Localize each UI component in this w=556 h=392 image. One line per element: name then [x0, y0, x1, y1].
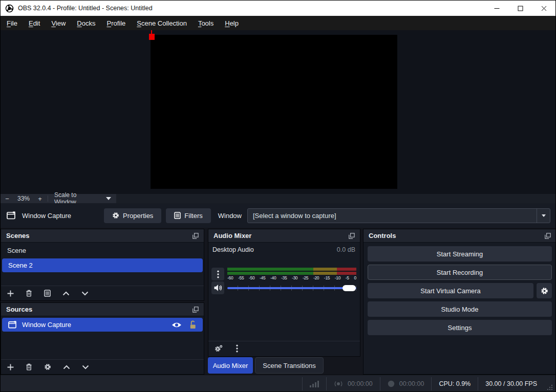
network-status [303, 375, 326, 392]
track-name: Desktop Audio [212, 246, 254, 253]
volume-meter: -60-55-50-45-40-35-30-25-20-15-10-50 [227, 268, 356, 280]
window-property-label: Window [218, 212, 242, 220]
tab-scene-transitions[interactable]: Scene Transitions [255, 357, 324, 374]
menubar: File Edit View Docks Profile Scene Colle… [1, 16, 555, 30]
filters-label: Filters [184, 212, 202, 220]
window-capture-icon [7, 211, 16, 220]
properties-button[interactable]: Properties [104, 208, 161, 223]
divider [48, 195, 48, 202]
remove-source-button[interactable] [26, 363, 32, 371]
preview-canvas[interactable] [151, 35, 397, 189]
maximize-button[interactable] [508, 1, 532, 16]
menu-edit[interactable]: Edit [23, 17, 46, 30]
sources-toolbar [1, 359, 204, 374]
popout-icon[interactable] [545, 233, 551, 239]
combobox-dropdown-zone[interactable] [537, 209, 550, 223]
chevron-down-icon [542, 214, 546, 217]
fps-indicator: 30.00 / 30.00 FPS [478, 375, 544, 392]
zoom-level: 33% [14, 195, 33, 202]
menu-help[interactable]: Help [219, 17, 244, 30]
controls-dock-title: Controls [369, 232, 396, 239]
window-title: OBS 32.0.4 - Profile: Untitled - Scenes:… [18, 5, 153, 12]
sources-dock-title: Sources [6, 306, 32, 313]
volume-slider[interactable] [227, 285, 356, 292]
move-scene-down-button[interactable] [81, 291, 89, 296]
move-source-up-button[interactable] [63, 365, 70, 369]
preview-area[interactable] [1, 30, 555, 194]
obs-main-window: OBS 32.0.4 - Profile: Untitled - Scenes:… [0, 0, 556, 392]
audio-mixer-title: Audio Mixer [213, 232, 251, 239]
track-db-value: 0.0 dB [337, 246, 355, 253]
mixer-toolbar [208, 341, 360, 356]
window-select-combobox[interactable]: [Select a window to capture] [247, 208, 550, 223]
scenes-dock-header: Scenes [1, 229, 204, 243]
scenes-dock: Scenes Scene Scene 2 [1, 229, 204, 301]
source-properties-button[interactable] [44, 363, 51, 371]
controls-dock-header: Controls [363, 229, 556, 243]
audio-mixer-header: Audio Mixer [208, 229, 360, 243]
add-scene-button[interactable] [7, 290, 14, 297]
signal-bars-icon [310, 380, 319, 387]
menu-tools[interactable]: Tools [193, 17, 219, 30]
properties-label: Properties [123, 212, 153, 220]
scene-item-selected[interactable]: Scene 2 [2, 258, 203, 272]
resize-grip[interactable] [547, 384, 553, 390]
popout-icon[interactable] [349, 233, 355, 239]
sources-dock-header: Sources [1, 303, 204, 316]
menu-file[interactable]: File [1, 17, 23, 30]
stream-timer: 00:00:00 [327, 375, 380, 392]
context-source-name: Window Capture [22, 212, 71, 220]
start-streaming-button[interactable]: Start Streaming [368, 246, 552, 262]
zoom-in-button[interactable]: + [33, 195, 47, 203]
move-scene-up-button[interactable] [62, 291, 70, 296]
studio-mode-button[interactable]: Studio Mode [368, 301, 552, 317]
menu-docks[interactable]: Docks [71, 17, 101, 30]
filters-icon [174, 212, 181, 219]
mixer-menu-dots-icon[interactable] [236, 344, 238, 353]
volume-slider-handle[interactable] [343, 285, 356, 291]
record-time: 00:00:00 [399, 380, 424, 387]
tab-audio-mixer[interactable]: Audio Mixer [208, 357, 253, 374]
audio-mixer-dock: Audio Mixer Desktop Audio 0.0 dB -60-5 [208, 229, 360, 357]
menu-scene-collection[interactable]: Scene Collection [131, 17, 193, 30]
zoom-out-button[interactable]: − [1, 195, 14, 203]
window-capture-icon [8, 321, 17, 329]
move-source-down-button[interactable] [82, 365, 89, 369]
settings-button[interactable]: Settings [368, 320, 552, 335]
menu-profile[interactable]: Profile [101, 17, 131, 30]
filters-button[interactable]: Filters [166, 208, 210, 223]
sources-dock: Sources Window Capture [1, 302, 204, 375]
visibility-eye-icon[interactable] [172, 321, 182, 329]
mute-speaker-button[interactable] [211, 281, 224, 294]
advanced-audio-gear-icon[interactable] [215, 345, 223, 352]
stream-time: 00:00:00 [348, 380, 373, 387]
controls-dock: Controls Start Streaming Start Recording… [363, 229, 556, 375]
meter-bar-right [227, 272, 356, 275]
minimize-button[interactable] [485, 1, 508, 16]
audio-mixer-body: Desktop Audio 0.0 dB -60-55-50-45-40-35-… [208, 243, 360, 356]
start-virtual-camera-button[interactable]: Start Virtual Camera [368, 283, 533, 298]
menu-view[interactable]: View [46, 17, 71, 30]
scale-mode-dropdown-button[interactable] [101, 194, 116, 203]
source-item-selected[interactable]: Window Capture [2, 318, 203, 332]
window-controls [485, 1, 555, 16]
meter-scale: -60-55-50-45-40-35-30-25-20-15-10-50 [227, 275, 356, 280]
popout-icon[interactable] [193, 233, 199, 239]
close-button[interactable] [532, 1, 555, 16]
statusbar: 00:00:00 00:00:00 CPU: 0.9% 30.00 / 30.0… [1, 375, 555, 392]
track-menu-button[interactable] [211, 268, 224, 280]
cpu-usage: CPU: 0.9% [432, 375, 478, 392]
remove-scene-button[interactable] [26, 290, 32, 297]
popout-icon[interactable] [193, 307, 199, 313]
start-recording-button[interactable]: Start Recording [368, 265, 552, 280]
virtual-camera-settings-button[interactable] [537, 283, 552, 298]
titlebar: OBS 32.0.4 - Profile: Untitled - Scenes:… [1, 1, 555, 16]
add-source-button[interactable] [7, 364, 14, 371]
scene-filters-button[interactable] [44, 290, 51, 297]
record-timer: 00:00:00 [380, 375, 432, 392]
source-resize-handle[interactable] [149, 34, 155, 40]
zoom-controls: − 33% + Scale to Window [1, 194, 116, 203]
lock-unlocked-icon[interactable] [189, 320, 197, 329]
scene-item[interactable]: Scene [1, 244, 204, 257]
controls-body: Start Streaming Start Recording Start Vi… [363, 243, 556, 339]
